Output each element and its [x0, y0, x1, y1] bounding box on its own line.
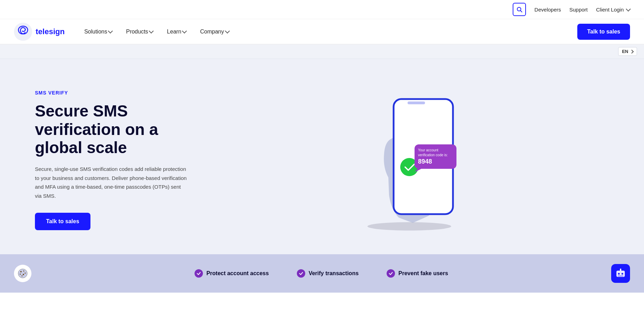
solutions-chevron-icon — [108, 29, 113, 33]
check-icon-3 — [387, 269, 395, 278]
svg-text:Your account: Your account — [418, 148, 438, 152]
phone-illustration: Your account verification code is: 8948 — [343, 80, 476, 240]
check-icon-2 — [297, 269, 305, 278]
chevron-down-icon — [626, 6, 631, 11]
svg-line-1 — [521, 10, 522, 12]
svg-point-24 — [620, 269, 621, 270]
telesign-logo-icon — [14, 23, 32, 41]
hero-description: Secure, single-use SMS verification code… — [35, 165, 189, 200]
feature-verify-transactions: Verify transactions — [297, 269, 359, 278]
nav-links: Solutions Products Learn Company — [79, 26, 577, 38]
logo-link[interactable]: telesign — [14, 23, 65, 41]
svg-rect-5 — [408, 101, 425, 104]
language-selector[interactable]: EN — [618, 47, 637, 56]
nav-talk-to-sales-button[interactable]: Talk to sales — [577, 24, 630, 40]
client-login-button[interactable]: Client Login — [596, 7, 630, 13]
svg-point-14 — [23, 271, 24, 272]
support-link[interactable]: Support — [569, 7, 588, 13]
svg-rect-22 — [618, 276, 623, 277]
cookie-icon — [17, 268, 28, 279]
cookie-button[interactable] — [14, 265, 31, 282]
hero-content: SMS VERIFY Secure SMS verification on a … — [35, 90, 210, 231]
language-bar: EN — [0, 44, 644, 59]
lang-chevron-icon — [630, 50, 634, 53]
svg-point-13 — [20, 271, 22, 272]
svg-point-15 — [20, 274, 21, 275]
hero-title: Secure SMS verification on a global scal… — [35, 102, 210, 157]
hero-section: SMS VERIFY Secure SMS verification on a … — [0, 59, 644, 254]
nav-solutions[interactable]: Solutions — [79, 26, 118, 38]
hero-tag: SMS VERIFY — [35, 90, 210, 96]
developers-link[interactable]: Developers — [534, 7, 561, 13]
main-nav: telesign Solutions Products Learn Compan… — [0, 19, 644, 44]
feature-protect-account: Protect account access — [195, 269, 269, 278]
svg-point-18 — [25, 273, 26, 274]
svg-text:8948: 8948 — [418, 158, 432, 165]
feature-prevent-fake-users: Prevent fake users — [387, 269, 448, 278]
footer-strip: Protect account access Verify transactio… — [0, 254, 644, 293]
chatbot-icon — [615, 268, 626, 279]
learn-chevron-icon — [182, 29, 187, 33]
svg-point-3 — [367, 222, 451, 231]
svg-point-17 — [22, 276, 23, 277]
logo-text: telesign — [36, 27, 65, 36]
chatbot-button[interactable] — [611, 264, 630, 283]
svg-point-20 — [618, 273, 620, 275]
svg-point-16 — [23, 274, 24, 275]
search-button[interactable] — [513, 3, 526, 16]
check-icon-1 — [195, 269, 203, 278]
nav-company[interactable]: Company — [195, 26, 234, 38]
nav-learn[interactable]: Learn — [161, 26, 192, 38]
svg-text:verification code is:: verification code is: — [418, 153, 448, 157]
svg-point-21 — [622, 273, 623, 275]
hero-cta-button[interactable]: Talk to sales — [35, 213, 90, 230]
svg-point-12 — [18, 269, 27, 278]
hero-illustration: Your account verification code is: 8948 — [210, 80, 609, 240]
top-bar: Developers Support Client Login — [0, 0, 644, 19]
footer-features: Protect account access Verify transactio… — [31, 269, 611, 278]
products-chevron-icon — [149, 29, 154, 33]
company-chevron-icon — [225, 29, 229, 33]
nav-products[interactable]: Products — [120, 26, 159, 38]
